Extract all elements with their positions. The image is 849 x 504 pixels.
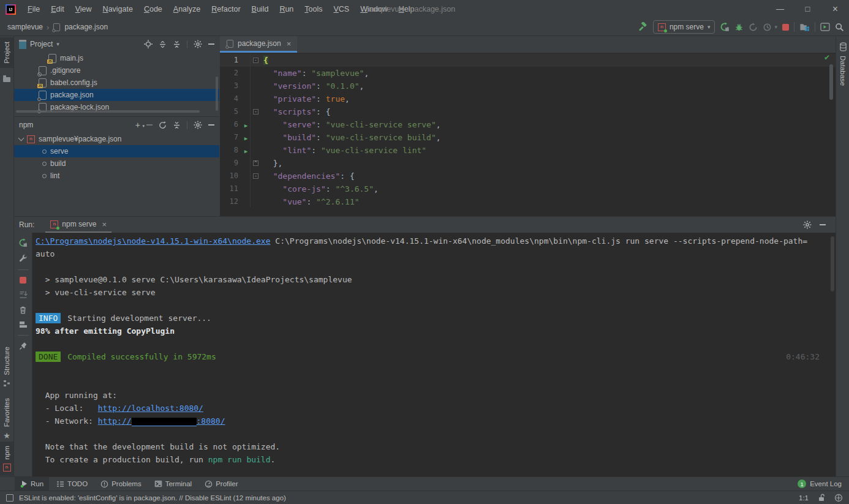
gear-icon[interactable]	[194, 40, 202, 48]
toolwindow-tab-problems[interactable]: Problems	[95, 477, 147, 491]
build-hammer-icon[interactable]	[638, 22, 648, 32]
event-log-button[interactable]: 1 Event Log	[798, 480, 842, 488]
run-tab-npm-serve[interactable]: n npm serve ×	[45, 217, 111, 233]
toolwindow-tab-terminal[interactable]: Terminal	[149, 477, 197, 491]
project-file-package.json[interactable]: package.json	[14, 89, 219, 101]
console-link[interactable]: http://localhost:8080/	[98, 404, 203, 413]
menu-item-refactor[interactable]: Refactor	[206, 0, 246, 18]
restore-layout-icon[interactable]	[19, 321, 28, 328]
project-file-main.js[interactable]: JSmain.js	[14, 52, 219, 64]
line-number[interactable]: 7	[220, 131, 242, 144]
quick-access-icon[interactable]	[6, 494, 13, 502]
menu-item-run[interactable]: Run	[274, 0, 299, 18]
toolwindow-tab-run[interactable]: Run	[15, 477, 49, 491]
chevron-down-icon[interactable]: ▾	[56, 41, 59, 47]
run-script-gutter-icon[interactable]: ▶	[244, 122, 247, 129]
menu-item-code[interactable]: Code	[138, 0, 168, 18]
run-script-gutter-icon[interactable]: ▶	[244, 148, 247, 154]
line-number[interactable]: 3	[220, 80, 242, 92]
remove-icon[interactable]	[146, 124, 153, 126]
npm-script-lint[interactable]: lint	[14, 170, 219, 182]
coverage-button-disabled[interactable]	[763, 23, 772, 32]
menu-item-build[interactable]: Build	[246, 0, 274, 18]
stripe-tab-favorites[interactable]: Favorites ★	[0, 394, 13, 445]
line-number[interactable]: 8	[220, 144, 242, 157]
project-file-babel.config.js[interactable]: JSbabel.config.js	[14, 77, 219, 89]
rerun-button[interactable]	[720, 22, 730, 32]
line-number[interactable]: 2	[220, 67, 242, 80]
stripe-tab-project[interactable]: Project	[0, 37, 13, 68]
stripe-folder-button[interactable]	[0, 75, 13, 82]
stripe-tab-npm[interactable]: npm n	[0, 442, 13, 476]
breadcrumb-project[interactable]: samplevue	[7, 23, 43, 31]
close-tab-icon[interactable]: ×	[287, 39, 292, 48]
trash-icon[interactable]	[19, 306, 27, 314]
menu-item-navigate[interactable]: Navigate	[97, 0, 138, 18]
fold-marker[interactable]: ^	[253, 160, 258, 166]
stop-icon[interactable]	[20, 277, 26, 284]
close-button[interactable]: ×	[821, 0, 849, 18]
profile-button-disabled[interactable]	[749, 23, 758, 32]
vertical-scrollbar[interactable]	[216, 77, 218, 111]
run-script-gutter-icon[interactable]: ▶	[244, 135, 247, 141]
indent-settings-icon[interactable]	[834, 494, 843, 502]
search-icon[interactable]	[835, 23, 844, 32]
editor-tab-package-json[interactable]: package.json ×	[220, 36, 297, 53]
menu-item-view[interactable]: View	[70, 0, 97, 18]
editor-code[interactable]: 1-{2 "name": "samplevue",3 "version": "0…	[220, 53, 836, 207]
console-link[interactable]: C:\Programs\nodejs\node-v14.15.1-win-x64…	[36, 236, 271, 246]
menu-item-file[interactable]: File	[22, 0, 45, 18]
console-link[interactable]: http://	[98, 416, 132, 426]
line-number[interactable]: 4	[220, 92, 242, 105]
editor-scrollbar[interactable]	[829, 64, 833, 100]
console-scrollbar[interactable]	[831, 236, 834, 291]
project-file-.gitignore[interactable]: .gitignore	[14, 64, 219, 77]
expand-all-icon[interactable]	[159, 40, 167, 48]
run-configuration-select[interactable]: n npm serve ▾	[653, 20, 715, 34]
status-message[interactable]: ESLint is enabled: 'eslintConfig' is in …	[19, 494, 286, 502]
fold-marker[interactable]: -	[253, 173, 258, 179]
stop-button[interactable]	[782, 24, 789, 31]
stripe-tab-database[interactable]: Database	[836, 40, 849, 86]
npm-script-serve[interactable]: serve	[14, 145, 219, 157]
toolwindow-tab-profiler[interactable]: Profiler	[199, 477, 243, 491]
collapse-all-icon[interactable]	[173, 121, 181, 129]
line-number[interactable]: 5	[220, 105, 242, 118]
tool-windows-icon[interactable]	[799, 22, 810, 32]
line-number[interactable]: 1	[220, 54, 242, 67]
maximize-button[interactable]: □	[794, 0, 821, 18]
gear-icon[interactable]	[803, 220, 812, 229]
toolwindow-tab-todo[interactable]: TODO	[51, 477, 93, 491]
menu-item-vcs[interactable]: VCS	[328, 0, 355, 18]
breadcrumb-file[interactable]: package.json	[64, 23, 108, 31]
horizontal-scrollbar[interactable]	[16, 110, 200, 113]
scroll-to-end-icon[interactable]	[19, 290, 28, 299]
lock-icon[interactable]	[818, 494, 825, 502]
collapse-all-icon[interactable]	[173, 40, 181, 48]
hide-panel-icon[interactable]	[208, 43, 214, 45]
inspections-ok-icon[interactable]: ✔	[824, 53, 830, 62]
debug-bug-icon[interactable]	[734, 23, 744, 32]
locate-file-icon[interactable]	[144, 40, 153, 48]
terminal-run-icon[interactable]	[820, 23, 830, 31]
project-panel-title[interactable]: Project	[30, 40, 53, 48]
chevron-down-icon[interactable]: ▾	[774, 24, 777, 30]
refresh-icon[interactable]	[159, 121, 167, 129]
fold-marker[interactable]: -	[253, 109, 258, 115]
menu-item-tools[interactable]: Tools	[299, 0, 328, 18]
fold-marker[interactable]: -	[253, 58, 258, 63]
line-number[interactable]: 11	[220, 182, 242, 195]
line-number[interactable]: 6	[220, 118, 242, 131]
line-number[interactable]: 10	[220, 170, 242, 182]
console-link[interactable]: :8080/	[197, 416, 225, 426]
close-tab-icon[interactable]: ×	[102, 220, 107, 229]
console-output[interactable]: C:\Programs\nodejs\node-v14.15.1-win-x64…	[32, 233, 836, 477]
hide-panel-icon[interactable]	[208, 124, 214, 126]
stripe-tab-structure[interactable]: Structure	[0, 342, 13, 391]
hide-panel-icon[interactable]	[820, 224, 826, 225]
menu-item-edit[interactable]: Edit	[45, 0, 70, 18]
wrench-icon[interactable]	[19, 254, 28, 263]
rerun-icon[interactable]	[18, 238, 28, 247]
npm-script-build[interactable]: build	[14, 157, 219, 170]
caret-position[interactable]: 1:1	[799, 494, 809, 502]
